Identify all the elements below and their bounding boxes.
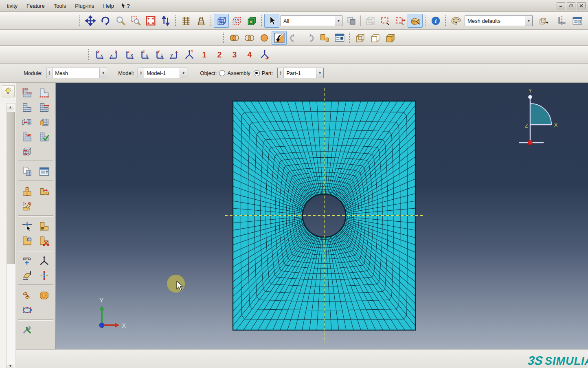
part-repair-tool[interactable]	[36, 289, 52, 302]
query-info-tool[interactable]: i	[428, 14, 443, 28]
viewport[interactable]: Y Z X Y X	[56, 83, 588, 350]
view-top-tool[interactable]: zX	[121, 48, 136, 62]
intersect-displayed-tool[interactable]	[241, 31, 257, 45]
partition-cell-tool[interactable]	[19, 185, 35, 198]
color-code-tool[interactable]	[448, 14, 463, 28]
model-combo-spinner[interactable]: ▲▼	[138, 68, 144, 78]
cycle-views-tool[interactable]	[158, 14, 173, 28]
minimize-button[interactable]	[557, 2, 565, 9]
create-datum-point-tool[interactable]	[19, 219, 35, 233]
perspective-on-tool[interactable]	[193, 14, 208, 28]
color-code-combo[interactable]: Mesh defaults▼	[465, 15, 533, 26]
snap-points-tool[interactable]	[393, 14, 408, 28]
render-style-dropdown[interactable]	[534, 14, 553, 28]
rotate-view-tool[interactable]	[98, 14, 113, 28]
render-hidden-line-tool[interactable]	[229, 14, 244, 28]
view-preset-1[interactable]: 1	[197, 48, 212, 62]
view-preset-4[interactable]: 4	[242, 48, 257, 62]
customize-toolbox-tool[interactable]	[19, 323, 35, 337]
display-groups-tool[interactable]	[317, 31, 332, 45]
pick-displayed-object-tool[interactable]	[272, 31, 287, 45]
menu-plugins[interactable]: Plug-ins	[70, 2, 99, 10]
selection-filter-combo[interactable]: All▼	[281, 15, 342, 26]
model-combo-dropdown-arrow[interactable]: ▼	[180, 68, 187, 78]
replace-displayed-tool[interactable]	[226, 31, 241, 45]
part-combo[interactable]: ▲▼Part-1▼	[277, 68, 324, 78]
mesh-element-tool[interactable]	[36, 115, 52, 129]
partition-sketch-tool[interactable]	[19, 199, 35, 213]
toolbar-grip[interactable]	[175, 15, 176, 26]
magnify-view-tool[interactable]	[113, 14, 128, 28]
module-combo[interactable]: ▲▼Mesh▼	[46, 68, 107, 78]
object-part-radio-circle[interactable]	[254, 70, 260, 76]
menu-help[interactable]: Help	[99, 2, 118, 10]
custom-view-tool[interactable]	[257, 48, 272, 62]
view-bottom-tool[interactable]: Zx	[136, 48, 151, 62]
datum-plane-tool[interactable]	[19, 269, 35, 282]
toolbar-grip[interactable]	[79, 15, 81, 26]
toolbar-grip[interactable]	[349, 33, 350, 43]
part-combo-spinner[interactable]: ▲▼	[278, 68, 284, 78]
seed-edges-tool[interactable]	[36, 86, 52, 99]
menu-tivity[interactable]: tivity	[2, 2, 22, 10]
model-combo[interactable]: ▲▼Model-1▼	[138, 68, 187, 78]
view-preset-2[interactable]: 2	[212, 48, 227, 62]
part-combo-dropdown-arrow[interactable]: ▼	[316, 68, 323, 78]
scrollbar-up-button[interactable]: ▲	[7, 104, 14, 110]
geometry-trim-tool[interactable]	[36, 234, 52, 247]
partition-extend-tool[interactable]	[36, 185, 52, 198]
view-iso-tool[interactable]: Y	[182, 48, 197, 62]
display-all-tool[interactable]	[257, 31, 272, 45]
drag-select-tool[interactable]	[377, 14, 393, 28]
box-zoom-tool[interactable]	[128, 14, 143, 28]
view-back-tool[interactable]: Yx	[106, 48, 121, 62]
auto-fit-view-tool[interactable]	[143, 14, 158, 28]
display-group-manager-tool[interactable]	[332, 31, 347, 45]
view-compass[interactable]: Y Z X	[514, 87, 559, 152]
mesh-manager-dialog-tool[interactable]	[36, 165, 52, 178]
pan-view-tool[interactable]	[83, 14, 98, 28]
compass-base-handle[interactable]	[528, 141, 532, 145]
toolbar-grip[interactable]	[425, 15, 426, 26]
menu-tools[interactable]: Tools	[49, 2, 70, 10]
draw-shaded-tool[interactable]	[382, 31, 397, 45]
render-shaded-tool[interactable]	[244, 14, 259, 28]
assign-element-type-tool[interactable]: S4R	[19, 130, 35, 143]
menu-feature[interactable]: Feature	[22, 2, 49, 10]
datum-axis-tool[interactable]	[36, 269, 52, 282]
object-part-radio[interactable]: Part:	[254, 70, 273, 76]
edit-feature-tool[interactable]	[19, 303, 35, 317]
compass-top-handle[interactable]	[529, 95, 532, 99]
select-tool[interactable]	[264, 14, 279, 28]
seed-part-tool[interactable]	[19, 86, 35, 99]
viewport-canvas[interactable]	[56, 83, 588, 350]
selection-group-tool[interactable]	[344, 14, 359, 28]
probe-object-tool[interactable]	[408, 14, 423, 28]
scrollbar-thumb[interactable]	[7, 112, 15, 264]
color-code-combo-dropdown-arrow[interactable]: ▼	[525, 16, 532, 26]
selection-filter-combo-dropdown-arrow[interactable]: ▼	[335, 16, 342, 26]
view-right-tool[interactable]: zY	[167, 48, 182, 62]
toolbar-grip[interactable]	[223, 33, 224, 43]
highlight-selections-tool[interactable]	[362, 14, 377, 28]
render-wireframe-tool[interactable]	[214, 14, 229, 28]
object-assembly-radio[interactable]: Assembly	[219, 70, 250, 76]
datum-csys-tool[interactable]	[36, 254, 52, 267]
module-combo-dropdown-arrow[interactable]: ▼	[99, 68, 107, 78]
toolbar-grip[interactable]	[88, 49, 89, 60]
model-tree-scrollbar[interactable]: ▲ ▼	[6, 103, 15, 368]
create-mesh-part-tool[interactable]	[19, 165, 35, 178]
view-left-tool[interactable]: Yz	[151, 48, 167, 62]
view-options-tool[interactable]	[570, 14, 585, 28]
adaptive-remesh-tool[interactable]	[19, 145, 35, 158]
view-front-tool[interactable]: Yx	[91, 48, 106, 62]
close-button[interactable]	[577, 2, 586, 9]
redo-display-tool[interactable]	[302, 31, 317, 45]
perspective-off-tool[interactable]	[178, 14, 193, 28]
scrollbar-down-button[interactable]: ▼	[7, 362, 14, 368]
datum-point-coords-tool[interactable]: (XYZ)	[19, 254, 35, 267]
mesh-region-tool[interactable]	[36, 101, 52, 114]
restore-button[interactable]	[567, 2, 575, 9]
hint-bulb-button[interactable]	[2, 85, 15, 97]
view-preset-3[interactable]: 3	[227, 48, 242, 62]
